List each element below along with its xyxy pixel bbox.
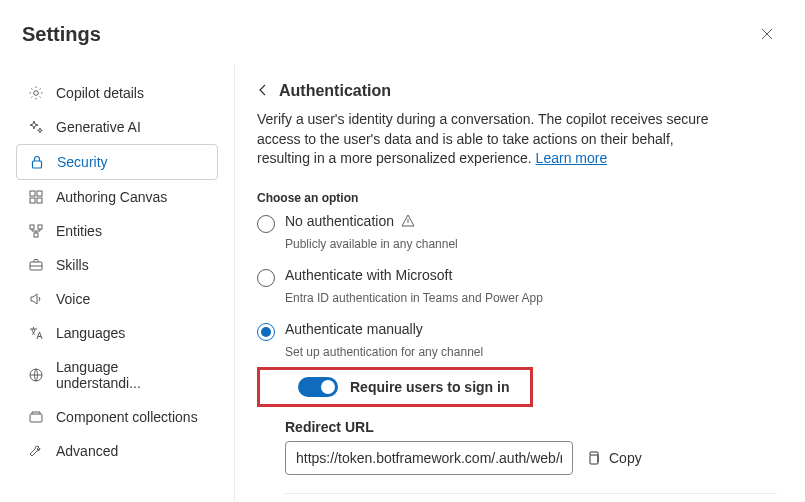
sparkle-icon — [28, 119, 44, 135]
gear-icon — [28, 85, 44, 101]
warning-icon — [400, 213, 416, 229]
voice-icon — [28, 291, 44, 307]
require-signin-toggle[interactable] — [298, 377, 338, 397]
sidebar: Copilot details Generative AI Security A… — [0, 64, 234, 502]
sidebar-item-voice[interactable]: Voice — [16, 282, 218, 316]
learn-more-link[interactable]: Learn more — [536, 150, 608, 166]
redirect-url-input[interactable] — [285, 441, 573, 475]
radio-auth-microsoft[interactable]: Authenticate with Microsoft — [257, 267, 777, 287]
sidebar-item-label: Advanced — [56, 443, 118, 459]
entities-icon — [28, 223, 44, 239]
briefcase-icon — [28, 257, 44, 273]
svg-rect-3 — [37, 191, 42, 196]
sidebar-item-label: Languages — [56, 325, 125, 341]
page-title: Settings — [22, 23, 101, 46]
sidebar-item-label: Voice — [56, 291, 90, 307]
radio-icon — [257, 215, 275, 233]
copy-label: Copy — [609, 450, 642, 466]
back-button[interactable] — [257, 83, 269, 99]
sidebar-item-copilot-details[interactable]: Copilot details — [16, 76, 218, 110]
radio-subtext: Set up authentication for any channel — [285, 345, 777, 359]
svg-point-0 — [34, 91, 39, 96]
svg-rect-2 — [30, 191, 35, 196]
svg-rect-6 — [30, 225, 34, 229]
svg-rect-11 — [30, 414, 42, 422]
svg-rect-12 — [590, 455, 598, 464]
sidebar-item-skills[interactable]: Skills — [16, 248, 218, 282]
section-description: Verify a user's identity during a conver… — [257, 110, 727, 169]
radio-no-auth[interactable]: No authentication — [257, 213, 777, 233]
sidebar-item-label: Entities — [56, 223, 102, 239]
radio-label-text: No authentication — [285, 213, 394, 229]
lock-icon — [29, 154, 45, 170]
radio-icon — [257, 323, 275, 341]
wrench-icon — [28, 443, 44, 459]
copy-icon — [585, 450, 601, 466]
svg-rect-1 — [33, 161, 42, 168]
globe-icon — [28, 367, 44, 383]
sidebar-item-advanced[interactable]: Advanced — [16, 434, 218, 468]
section-title: Authentication — [279, 82, 391, 100]
sidebar-item-label: Skills — [56, 257, 89, 273]
radio-auth-manual[interactable]: Authenticate manually — [257, 321, 777, 341]
sidebar-item-label: Copilot details — [56, 85, 144, 101]
radio-icon — [257, 269, 275, 287]
sidebar-item-language-understanding[interactable]: Language understandi... — [16, 350, 218, 400]
radio-label-text: Authenticate with Microsoft — [285, 267, 452, 283]
sidebar-item-label: Component collections — [56, 409, 198, 425]
sidebar-item-generative-ai[interactable]: Generative AI — [16, 110, 218, 144]
svg-rect-7 — [38, 225, 42, 229]
chevron-left-icon — [257, 84, 269, 96]
choose-option-label: Choose an option — [257, 191, 777, 205]
radio-label-text: Authenticate manually — [285, 321, 423, 337]
svg-rect-8 — [34, 233, 38, 237]
close-icon — [761, 28, 773, 40]
copy-button[interactable]: Copy — [585, 450, 642, 466]
sidebar-item-entities[interactable]: Entities — [16, 214, 218, 248]
main-panel: Authentication Verify a user's identity … — [234, 64, 805, 502]
sidebar-item-label: Security — [57, 154, 108, 170]
sidebar-item-authoring-canvas[interactable]: Authoring Canvas — [16, 180, 218, 214]
svg-rect-5 — [37, 198, 42, 203]
radio-subtext: Entra ID authentication in Teams and Pow… — [285, 291, 777, 305]
sidebar-item-label: Language understandi... — [56, 359, 206, 391]
language-icon — [28, 325, 44, 341]
sidebar-item-label: Generative AI — [56, 119, 141, 135]
sidebar-item-component-collections[interactable]: Component collections — [16, 400, 218, 434]
grid-icon — [28, 189, 44, 205]
radio-subtext: Publicly available in any channel — [285, 237, 777, 251]
sidebar-item-security[interactable]: Security — [16, 144, 218, 180]
redirect-url-label: Redirect URL — [285, 419, 777, 435]
collection-icon — [28, 409, 44, 425]
require-signin-label: Require users to sign in — [350, 379, 509, 395]
sidebar-item-languages[interactable]: Languages — [16, 316, 218, 350]
highlight-annotation: Require users to sign in — [257, 367, 533, 407]
sidebar-item-label: Authoring Canvas — [56, 189, 167, 205]
close-button[interactable] — [751, 18, 783, 50]
svg-rect-4 — [30, 198, 35, 203]
